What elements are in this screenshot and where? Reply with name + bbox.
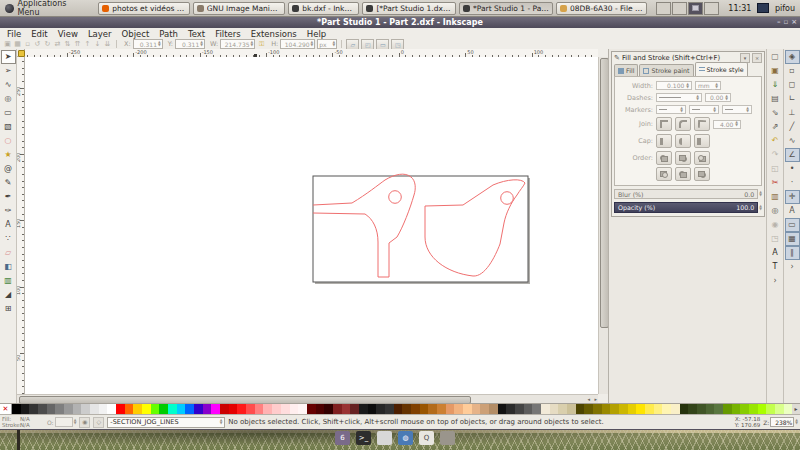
dialog-collapse-button[interactable]: ▾ [740,53,750,63]
menu-object[interactable]: Object [117,29,155,39]
browser-globe-icon[interactable]: ◍ [398,431,413,445]
palette-swatch[interactable] [324,404,333,414]
open-document-button[interactable]: ▣ [768,64,783,78]
zoom-spinner[interactable]: ▲▼ [795,419,798,425]
controls-icon-3[interactable]: ↺ [33,40,42,49]
display-icon[interactable] [757,3,769,13]
palette-swatch[interactable] [654,404,663,414]
snap-others-button[interactable]: ✛ [785,190,800,204]
palette-swatch[interactable] [12,404,21,414]
palette-swatch[interactable] [610,404,619,414]
layer-lock-icon[interactable]: ◇ [93,417,104,428]
toolbar-overflow-button[interactable]: › [768,274,783,288]
blur-slider[interactable]: Blur (%) 0.0 [614,189,758,199]
palette-swatch[interactable] [428,404,437,414]
dash-pattern-select[interactable]: ▲▼ [656,93,702,102]
palette-swatch[interactable] [263,404,272,414]
blur-spinner[interactable]: ▲▼ [759,191,762,197]
save-document-button[interactable]: ⇓ [768,78,783,92]
palette-swatch[interactable] [480,404,489,414]
palette-swatch[interactable] [732,404,741,414]
controls-icon-10[interactable]: ⇊ [103,40,112,49]
dropper-tool[interactable]: ◢ [1,288,16,302]
opacity-slider[interactable]: Opacity (%) 100.0 [614,202,758,213]
controls-icon-0[interactable]: ▣ [3,40,12,49]
cap-butt-button[interactable] [656,134,672,148]
menu-filters[interactable]: Filters [210,29,245,39]
workspace-1[interactable] [656,2,671,15]
order-5-button[interactable] [675,167,691,181]
palette-swatch[interactable] [619,404,628,414]
minimize-button[interactable]: – [777,17,781,28]
palette-swatch[interactable] [185,404,194,414]
palette-swatch[interactable] [229,404,238,414]
snap-bbox-midpoint-button[interactable]: ⊥ [785,106,800,120]
affect-toggle-0[interactable]: ▱ [346,39,359,50]
box3d-tool[interactable]: ▧ [1,120,16,134]
palette-swatch[interactable] [714,404,723,414]
palette-swatch[interactable] [671,404,680,414]
vertical-scrollbar[interactable] [598,57,608,394]
scroll-left-arrow[interactable]: ◂ [587,396,590,402]
palette-swatch[interactable] [532,404,541,414]
palette-swatch[interactable] [99,404,108,414]
palette-swatch[interactable] [159,404,168,414]
palette-swatch[interactable] [133,404,142,414]
dash-offset-input[interactable]: 0.00▲▼ [705,93,731,102]
palette-swatch[interactable] [506,404,515,414]
affect-toggle-3[interactable]: ◳ [391,39,404,50]
import-button[interactable]: ⇘ [768,106,783,120]
join-bevel-button[interactable] [694,117,710,131]
tweak-tool[interactable]: ∿ [1,78,16,92]
palette-swatch[interactable] [740,404,749,414]
palette-swatch[interactable] [680,404,689,414]
new-document-button[interactable]: ▢ [768,50,783,64]
applications-menu-button[interactable]: Applications Menu [3,1,95,16]
pen-tool[interactable]: ✒ [1,190,16,204]
palette-swatch[interactable] [402,404,411,414]
palette-swatch[interactable] [21,404,30,414]
snap-text-baseline-button[interactable]: A [785,204,800,218]
palette-swatch[interactable] [454,404,463,414]
canvas[interactable] [25,57,598,394]
gradient-tool[interactable]: ▥ [1,274,16,288]
snap-grid-button[interactable]: ▦ [785,232,800,246]
palette-swatch[interactable] [628,404,637,414]
palette-swatch[interactable] [220,404,229,414]
palette-swatch[interactable] [749,404,758,414]
palette-swatch[interactable] [766,404,775,414]
fill-stroke-indicator[interactable]: Fill: N/A Stroke: N/A [2,416,44,428]
miter-limit-input[interactable]: 4.00▲▼ [713,120,741,129]
palette-swatch[interactable] [90,404,99,414]
star-tool[interactable]: ★ [1,148,16,162]
y-input[interactable]: 0.311▲▼ [175,39,205,49]
palette-swatch[interactable] [298,404,307,414]
affect-toggle-2[interactable]: ▭ [376,39,389,50]
order-2-button[interactable] [675,151,691,165]
palette-swatch[interactable] [602,404,611,414]
controls-icon-6[interactable]: ⇅ [63,40,72,49]
cut-button[interactable]: ✂ [768,176,783,190]
height-input[interactable]: 104.290▲▼ [280,39,315,49]
snap-guide-button[interactable]: ∥ [785,246,800,260]
workspace-4[interactable] [704,2,719,15]
menu-text[interactable]: Text [183,29,210,39]
palette-swatch[interactable] [515,404,524,414]
controls-icon-8[interactable]: ↑ [83,40,92,49]
opacity-spinner[interactable]: ▲▼ [759,205,762,211]
taskbar-window-button[interactable]: photos et vidéos pour... [98,2,190,15]
palette-swatch[interactable] [194,404,203,414]
palette-swatch[interactable] [29,404,38,414]
snap-more-button[interactable]: › [785,260,800,274]
palette-swatch[interactable] [272,404,281,414]
palette-swatch[interactable] [541,404,550,414]
window-icon[interactable] [377,431,392,445]
palette-swatch[interactable] [706,404,715,414]
taskbar-window-button[interactable]: *Part Studio 1 - Part 2.... [459,2,553,15]
rectangle-tool[interactable]: ▭ [1,106,16,120]
connector-tool[interactable]: ⊞ [1,302,16,316]
order-1-button[interactable] [656,151,672,165]
snap-midpoint-button[interactable]: · [785,176,800,190]
zoom-selection-button[interactable]: ◉ [768,218,783,232]
palette-swatch[interactable] [688,404,697,414]
